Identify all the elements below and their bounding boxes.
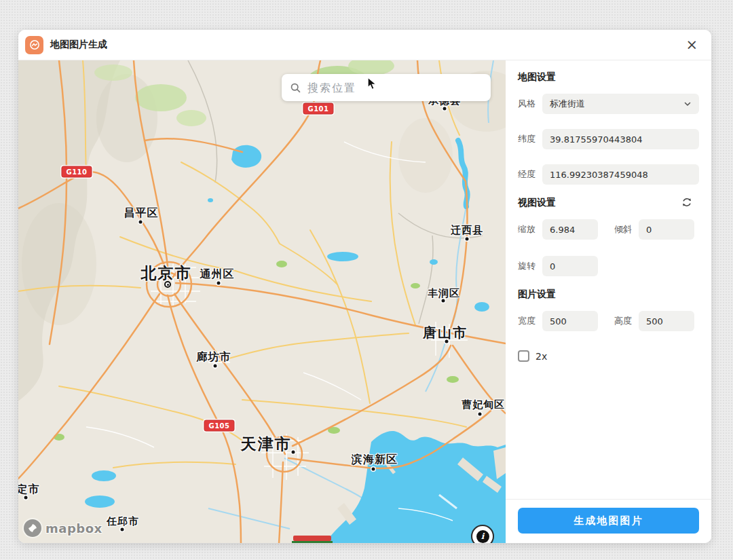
bearing-input[interactable]: 0 — [542, 256, 598, 276]
map-place-label: 曹妃甸区 — [462, 398, 505, 411]
pitch-input[interactable]: 0 — [639, 219, 694, 240]
search-icon — [290, 82, 301, 94]
style-label: 风格 — [518, 98, 538, 110]
search-input[interactable] — [307, 81, 483, 94]
map-place-marker — [121, 528, 124, 531]
retina-2x-label: 2x — [535, 351, 547, 362]
map-place-label: 滨海新区 — [352, 453, 398, 467]
map-place-marker — [478, 413, 482, 416]
longitude-label: 经度 — [518, 168, 538, 181]
style-select[interactable]: 标准街道 — [542, 94, 699, 114]
retina-2x-checkbox[interactable] — [518, 350, 529, 362]
map-view[interactable]: 承德县昌平区北京市通州区迁西县丰润区唐山市廊坊市天津市滨海新区曹妃甸区任邱市保定… — [18, 60, 506, 543]
attribution-info-button[interactable]: i — [471, 525, 494, 543]
mapbox-icon — [24, 519, 41, 537]
chevron-down-icon — [683, 100, 692, 108]
zoom-label: 缩放 — [518, 223, 538, 236]
map-place-marker — [372, 468, 375, 471]
info-icon: i — [476, 530, 489, 543]
window-title: 地图图片生成 — [50, 39, 683, 51]
close-icon[interactable]: × — [683, 37, 700, 54]
map-place-label: 迁西县 — [451, 224, 483, 237]
road-shield-badge: G110 — [61, 166, 92, 178]
map-place-label: 唐山市 — [423, 324, 468, 342]
map-place-label: 丰润区 — [428, 287, 460, 300]
map-place-label: 通州区 — [200, 267, 235, 282]
pitch-label: 倾斜 — [614, 223, 635, 236]
map-settings-title: 地图设置 — [518, 71, 699, 83]
map-place-marker — [466, 238, 469, 241]
globe-icon — [29, 39, 41, 51]
map-place-marker — [443, 107, 447, 111]
latitude-label: 纬度 — [518, 133, 538, 145]
map-search-box[interactable] — [282, 74, 491, 101]
width-input[interactable]: 500 — [542, 311, 598, 331]
map-place-label: 北京市 — [141, 263, 192, 284]
map-canvas[interactable] — [18, 60, 506, 543]
mapbox-wordmark: mapbox — [45, 521, 102, 536]
view-settings-title: 视图设置 — [518, 197, 699, 209]
mouse-cursor — [367, 77, 378, 92]
map-place-marker — [164, 281, 171, 288]
height-input[interactable]: 500 — [639, 311, 694, 331]
map-generator-window: 地图图片生成 × — [18, 30, 711, 543]
bearing-label: 旋转 — [518, 260, 538, 272]
refresh-view-icon[interactable] — [681, 197, 692, 210]
height-label: 高度 — [614, 315, 635, 327]
app-icon — [25, 36, 43, 54]
map-place-label: 保定市 — [18, 483, 40, 497]
map-place-label: 廊坊市 — [197, 350, 231, 365]
map-place-marker — [217, 282, 221, 285]
road-shield-badge: G101 — [303, 103, 333, 115]
settings-panel: 地图设置 风格 标准街道 纬度 39.81755970443804 经度 116… — [506, 60, 711, 543]
map-place-marker — [24, 496, 28, 500]
latitude-input[interactable]: 39.81755970443804 — [542, 129, 699, 149]
generate-image-button[interactable]: 生成地图图片 — [518, 508, 699, 534]
map-place-marker — [445, 340, 449, 343]
titlebar: 地图图片生成 × — [18, 30, 711, 60]
map-place-label: 任邱市 — [107, 515, 139, 528]
longitude-input[interactable]: 116.99230387459048 — [542, 164, 699, 185]
map-place-marker — [442, 299, 445, 303]
map-place-marker — [214, 365, 217, 368]
map-place-label: 昌平区 — [124, 206, 159, 221]
zoom-input[interactable]: 6.984 — [542, 219, 598, 240]
road-shield-badge: G105 — [204, 420, 234, 432]
mapbox-logo[interactable]: mapbox — [24, 519, 102, 537]
image-settings-title: 图片设置 — [518, 288, 699, 301]
width-label: 宽度 — [518, 315, 538, 327]
map-place-marker — [139, 221, 143, 224]
map-place-label: 天津市 — [241, 434, 292, 455]
map-place-marker — [292, 451, 295, 454]
panel-footer: 生成地图图片 — [506, 499, 711, 543]
